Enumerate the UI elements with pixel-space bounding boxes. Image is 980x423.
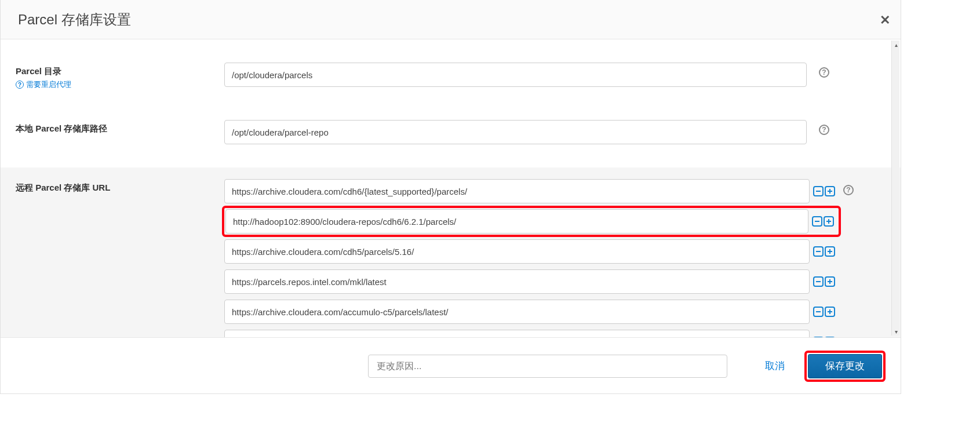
parcel-dir-label: Parcel 目录 (16, 66, 224, 77)
remove-icon[interactable] (812, 216, 822, 227)
add-icon[interactable] (825, 246, 835, 257)
remote-url-input[interactable] (224, 179, 810, 203)
remote-url-row (224, 179, 839, 203)
field-row-parcel-dir: Parcel 目录 ? 需要重启代理 ? (1, 56, 901, 97)
help-col: ? (807, 63, 841, 78)
add-icon[interactable] (825, 307, 835, 317)
change-reason-input[interactable] (368, 355, 727, 378)
remote-urls-label: 远程 Parcel 存储库 URL (16, 183, 224, 194)
scroll-down-icon[interactable]: ▾ (892, 327, 900, 336)
input-col (224, 120, 807, 144)
remote-urls-list (224, 179, 839, 337)
remote-url-input[interactable] (224, 269, 810, 294)
add-icon[interactable] (825, 186, 835, 196)
parcel-repo-settings-modal: Parcel 存储库设置 ✕ Parcel 目录 ? 需要重启代理 ? 本地 P… (0, 0, 901, 394)
parcel-dir-input[interactable] (224, 63, 807, 87)
row-buttons (813, 186, 839, 196)
row-buttons (812, 216, 837, 227)
remove-icon[interactable] (813, 307, 824, 317)
remove-icon[interactable] (813, 186, 824, 196)
help-col: ? (807, 120, 841, 135)
remote-url-input[interactable] (224, 239, 810, 264)
remote-url-row (224, 330, 839, 337)
modal-header: Parcel 存储库设置 ✕ (1, 0, 901, 39)
row-buttons (813, 276, 839, 287)
restart-agent-link-text: 需要重启代理 (26, 79, 71, 90)
remove-icon[interactable] (813, 246, 824, 257)
remote-url-row (224, 239, 839, 264)
help-icon: ? (16, 81, 24, 89)
label-col: 本地 Parcel 存储库路径 (16, 120, 224, 134)
modal-footer: 取消 保存更改 (1, 337, 901, 394)
row-buttons (813, 246, 839, 257)
label-col: 远程 Parcel 存储库 URL (16, 179, 224, 194)
add-icon[interactable] (824, 216, 834, 227)
restart-agent-link[interactable]: ? 需要重启代理 (16, 79, 71, 90)
remote-url-input[interactable] (224, 330, 810, 337)
remote-url-input[interactable] (224, 300, 810, 324)
help-icon[interactable]: ? (843, 185, 854, 195)
remote-url-row (224, 269, 839, 294)
scroll-up-icon[interactable]: ▴ (892, 41, 900, 49)
save-button-highlight: 保存更改 (807, 353, 883, 380)
modal-title: Parcel 存储库设置 (18, 10, 131, 29)
save-button[interactable]: 保存更改 (808, 354, 882, 378)
remote-url-row (224, 300, 839, 324)
row-buttons (813, 307, 839, 317)
local-repo-label: 本地 Parcel 存储库路径 (16, 123, 224, 134)
add-icon[interactable] (825, 276, 835, 287)
remote-url-input[interactable] (225, 209, 808, 234)
help-col: ? (839, 179, 858, 195)
field-row-local-repo: 本地 Parcel 存储库路径 ? (1, 113, 901, 151)
close-icon[interactable]: ✕ (880, 13, 890, 28)
field-row-remote-urls: 远程 Parcel 存储库 URL ? (1, 167, 901, 337)
help-icon[interactable]: ? (819, 125, 829, 135)
input-col (224, 63, 807, 87)
remote-url-row (224, 208, 839, 235)
label-col: Parcel 目录 ? 需要重启代理 (16, 63, 224, 90)
local-repo-input[interactable] (224, 120, 807, 144)
help-icon[interactable]: ? (819, 67, 829, 78)
remove-icon[interactable] (813, 276, 824, 287)
scrollbar[interactable]: ▴ ▾ (891, 41, 899, 336)
cancel-button[interactable]: 取消 (765, 359, 785, 373)
modal-body[interactable]: Parcel 目录 ? 需要重启代理 ? 本地 Parcel 存储库路径 ? (1, 39, 901, 337)
